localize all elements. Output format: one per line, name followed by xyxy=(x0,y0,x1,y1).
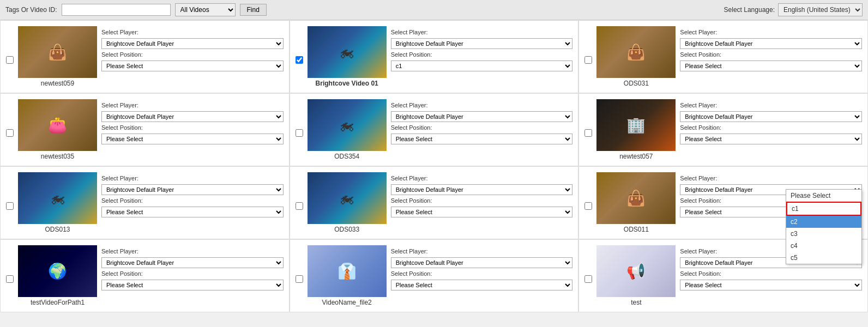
position-label: Select Position: xyxy=(101,197,284,204)
thumb-image: 🏍 xyxy=(308,26,387,78)
video-thumbnail: 👜ODS011 xyxy=(596,172,676,233)
video-thumbnail: 🏢newtest057 xyxy=(596,99,676,160)
position-label: Select Position: xyxy=(391,124,573,131)
thumb-image: 👛 xyxy=(18,99,97,151)
video-cell: 👜ODS031Select Player:Brightcove Default … xyxy=(578,20,868,93)
video-name: testVideoForPath1 xyxy=(31,299,85,306)
video-cell: 🏍ODS033Select Player:Brightcove Default … xyxy=(290,166,579,239)
checkbox-wrap xyxy=(584,26,592,65)
video-controls: Select Player:Brightcove Default PlayerS… xyxy=(680,26,862,71)
video-thumbnail: 👛newtest035 xyxy=(18,99,97,160)
thumb-image: 🏍 xyxy=(308,99,387,151)
video-checkbox[interactable] xyxy=(296,129,303,137)
video-cell: 🏢newtest057Select Player:Brightcove Defa… xyxy=(578,93,868,166)
video-name: VideoName_file2 xyxy=(322,299,372,306)
video-thumbnail: 🏍ODS033 xyxy=(308,172,387,233)
player-label: Select Player: xyxy=(391,102,573,108)
thumb-image: 🏍 xyxy=(18,172,97,224)
player-select[interactable]: Brightcove Default Player xyxy=(680,38,862,49)
video-checkbox[interactable] xyxy=(584,275,592,283)
dropdown-item[interactable]: c2 xyxy=(786,216,861,228)
player-select[interactable]: Brightcove Default Player xyxy=(391,38,573,49)
position-select[interactable]: Please Selectc1c2c3c4c5 xyxy=(391,207,573,217)
checkbox-wrap xyxy=(296,26,303,65)
position-label: Select Position: xyxy=(391,270,573,277)
thumb-image: 👔 xyxy=(308,245,387,297)
video-controls: Select Player:Brightcove Default PlayerS… xyxy=(101,26,284,71)
player-label: Select Player: xyxy=(101,29,284,35)
tags-input[interactable] xyxy=(62,4,171,16)
video-name: ODS033 xyxy=(334,226,359,233)
player-select[interactable]: Brightcove Default Player xyxy=(391,257,573,268)
video-name: ODS013 xyxy=(45,226,70,233)
lang-select[interactable]: English (United States)FrenchSpanishGerm… xyxy=(778,3,863,16)
video-checkbox[interactable] xyxy=(584,56,592,64)
dropdown-item[interactable]: Please Select xyxy=(786,190,861,202)
video-thumbnail: 🌍testVideoForPath1 xyxy=(18,245,97,306)
video-thumbnail: 👜newtest059 xyxy=(18,26,97,87)
player-select[interactable]: Brightcove Default Player xyxy=(680,111,862,122)
video-name: ODS031 xyxy=(624,80,649,87)
position-select[interactable]: Please Selectc1c2c3c4c5 xyxy=(391,134,573,144)
video-checkbox[interactable] xyxy=(6,275,14,283)
video-name: ODS354 xyxy=(334,153,359,160)
video-name: newtest035 xyxy=(41,153,74,160)
position-select[interactable]: Please Selectc1c2c3c4c5 xyxy=(680,280,862,290)
video-checkbox[interactable] xyxy=(296,275,303,283)
player-select[interactable]: Brightcove Default Player xyxy=(101,257,284,268)
dropdown-item[interactable]: c4 xyxy=(786,240,861,252)
video-checkbox[interactable] xyxy=(296,202,303,210)
dropdown-item[interactable]: c3 xyxy=(786,228,861,240)
dropdown-item[interactable]: c5 xyxy=(786,252,861,264)
filter-select[interactable]: All VideosMy VideosShared Videos xyxy=(175,3,236,16)
player-select[interactable]: Brightcove Default Player xyxy=(391,184,573,195)
thumb-image: 🌍 xyxy=(18,245,97,297)
video-cell: 🏍ODS354Select Player:Brightcove Default … xyxy=(290,93,579,166)
video-checkbox[interactable] xyxy=(6,202,14,210)
video-checkbox[interactable] xyxy=(584,202,592,210)
position-select[interactable]: Please Selectc1c2c3c4c5 xyxy=(101,207,284,217)
video-controls: Select Player:Brightcove Default PlayerS… xyxy=(101,245,284,290)
dropdown-item[interactable]: c1 xyxy=(786,202,861,216)
position-label: Select Position: xyxy=(680,270,862,277)
video-checkbox[interactable] xyxy=(584,129,592,137)
player-label: Select Player: xyxy=(391,175,573,181)
position-select[interactable]: Please Selectc1c2c3c4c5 xyxy=(101,280,284,290)
video-checkbox[interactable] xyxy=(296,56,303,64)
position-select[interactable]: Please Selectc1c2c3c4c5 xyxy=(101,134,284,144)
toolbar: Tags Or Video ID: All VideosMy VideosSha… xyxy=(0,0,868,20)
video-cell: 🏍Brightcove Video 01Select Player:Bright… xyxy=(290,20,579,93)
video-thumbnail: 🏍ODS013 xyxy=(18,172,97,233)
position-select[interactable]: Please Selectc1c2c3c4c5 xyxy=(680,134,862,144)
lang-label: Select Language: xyxy=(724,6,775,14)
player-label: Select Player: xyxy=(101,175,284,181)
video-cell: 👜newtest059Select Player:Brightcove Defa… xyxy=(0,20,290,93)
video-thumbnail: 🏍ODS354 xyxy=(308,99,387,160)
position-select[interactable]: Please Selectc1c2c3c4c5 xyxy=(680,60,862,71)
position-select[interactable]: Please Selectc1c2c3c4c5 xyxy=(391,60,573,71)
player-select[interactable]: Brightcove Default Player xyxy=(101,111,284,122)
player-label: Select Player: xyxy=(391,29,573,35)
thumb-image: 🏍 xyxy=(308,172,387,224)
video-controls: Select Player:Brightcove Default PlayerS… xyxy=(391,99,573,144)
video-cell: 🏍ODS013Select Player:Brightcove Default … xyxy=(0,166,290,239)
video-checkbox[interactable] xyxy=(6,56,14,64)
player-select[interactable]: Brightcove Default Player xyxy=(391,111,573,122)
position-select[interactable]: Please Selectc1c2c3c4c5 xyxy=(391,280,573,290)
player-label: Select Player: xyxy=(391,248,573,255)
video-controls: Select Player:Brightcove Default PlayerS… xyxy=(680,99,862,144)
player-select[interactable]: Brightcove Default Player xyxy=(101,184,284,195)
position-label: Select Position: xyxy=(101,124,284,131)
video-controls: Select Player:Brightcove Default PlayerS… xyxy=(101,172,284,217)
position-label: Select Position: xyxy=(680,124,862,131)
position-select[interactable]: Please Selectc1c2c3c4c5 xyxy=(101,60,284,71)
find-button[interactable]: Find xyxy=(240,4,267,16)
video-checkbox[interactable] xyxy=(6,129,14,137)
checkbox-wrap xyxy=(296,245,303,284)
player-select[interactable]: Brightcove Default Player xyxy=(101,38,284,49)
thumb-image: 📢 xyxy=(596,245,676,297)
checkbox-wrap xyxy=(6,26,14,65)
position-label: Select Position: xyxy=(680,51,862,58)
video-name: Brightcove Video 01 xyxy=(316,80,378,87)
video-controls: Select Player:Brightcove Default PlayerS… xyxy=(101,99,284,144)
